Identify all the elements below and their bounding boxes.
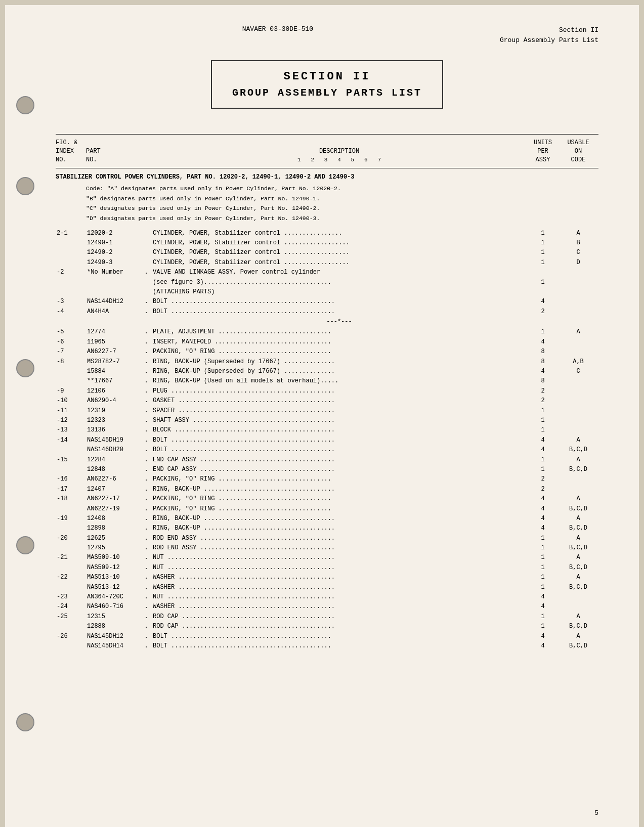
table-row: 12490-1 CYLINDER, POWER, Stabilizer cont…: [56, 238, 598, 248]
code-a: Code: "A" designates parts used only in …: [86, 184, 598, 194]
section-heading: STABILIZER CONTROL POWER CYLINDERS, PART…: [56, 173, 598, 181]
table-row: -20 12625 . ROD END ASSY ...............…: [56, 534, 598, 543]
table-row: -22 MAS513-10 . WASHER .................…: [56, 573, 598, 582]
table-row: -6 11965 . INSERT, MANIFOLD ............…: [56, 337, 598, 347]
table-row: -9 12106 . PLUG ........................…: [56, 386, 598, 396]
table-row: -4 AN4H4A . BOLT .......................…: [56, 307, 598, 317]
table-row: -15 12284 . END CAP ASSY ...............…: [56, 455, 598, 465]
col-header-part: PARTNO.: [86, 139, 142, 164]
table-row: -26 NAS145DH12 . BOLT ..................…: [56, 632, 598, 641]
table-row: **17667 . RING, BACK-UP (Used on all mod…: [56, 376, 598, 386]
table-row: -11 12319 . SPACER .....................…: [56, 406, 598, 416]
hole-punch-1: [16, 96, 34, 114]
parts-table: 2-1 12020-2 CYLINDER, POWER, Stabilizer …: [56, 229, 598, 651]
table-row: -8 MS28782-7 . RING, BACK-UP (Superseded…: [56, 357, 598, 367]
code-block: Code: "A" designates parts used only in …: [86, 184, 598, 223]
header-right-line1: Section II: [500, 25, 598, 35]
col-header-usable: USABLEONCODE: [558, 139, 598, 164]
section-title-line1: SECTION II: [232, 70, 422, 83]
table-top-divider: [56, 134, 598, 135]
section-title-box: SECTION II GROUP ASSEMBLY PARTS LIST: [211, 60, 443, 109]
table-row: -3 NAS144DH12 . BOLT ...................…: [56, 297, 598, 307]
table-row: 2-1 12020-2 CYLINDER, POWER, Stabilizer …: [56, 229, 598, 238]
table-row: 12888 . ROD CAP ........................…: [56, 622, 598, 631]
col-header-description: DESCRIPTION 1 2 3 4 5 6 7: [151, 139, 528, 164]
table-row: NAS513-12 . WASHER .....................…: [56, 583, 598, 592]
table-row: -25 12315 . ROD CAP ....................…: [56, 612, 598, 622]
table-row: AN6227-19 . PACKING, "O" RING ..........…: [56, 504, 598, 514]
table-row: (see figure 3)..........................…: [56, 278, 598, 287]
table-row: -17 12407 . RING, BACK-UP ..............…: [56, 485, 598, 494]
table-row: -2 *No Number . VALVE AND LINKAGE ASSY, …: [56, 268, 598, 277]
page: NAVAER 03-30DE-510 Section II Group Asse…: [5, 5, 639, 827]
table-row: -23 AN364-720C . NUT ...................…: [56, 592, 598, 602]
section-title-line2: GROUP ASSEMBLY PARTS LIST: [232, 87, 422, 99]
table-row: NAS146DH20 . BOLT ......................…: [56, 445, 598, 455]
table-row: 12490-2 CYLINDER, POWER, Stabilizer cont…: [56, 248, 598, 257]
code-d: "D" designates parts used only in Power …: [86, 213, 598, 224]
hole-punch-5: [16, 713, 34, 731]
table-row: -16 AN6227-6 . PACKING, "O" RING .......…: [56, 474, 598, 484]
col-header-dot-spacer: [142, 139, 151, 164]
col-header-units: UNITSPERASSY: [528, 139, 558, 164]
page-header: NAVAER 03-30DE-510 Section II Group Asse…: [56, 25, 598, 45]
table-row: 12490-3 CYLINDER, POWER, Stabilizer cont…: [56, 258, 598, 268]
table-header-row: FIG. &INDEXNO. PARTNO. DESCRIPTION 1 2 3…: [56, 139, 598, 164]
table-row: -10 AN6290-4 . GASKET ..................…: [56, 396, 598, 406]
table-row: -12 12323 . SHAFT ASSY .................…: [56, 416, 598, 425]
table-row: 12795 . ROD END ASSY ...................…: [56, 543, 598, 553]
table-row: NAS145DH14 . BOLT ......................…: [56, 641, 598, 651]
table-header-bottom-divider: [56, 168, 598, 168]
code-c: "C" designates parts used only in Power …: [86, 203, 598, 213]
hole-punch-4: [16, 536, 34, 554]
code-b: "B" designates parts used only in Power …: [86, 194, 598, 204]
table-row: -7 AN6227-7 . PACKING, "O" RING ........…: [56, 347, 598, 357]
table-row: 12848 . END CAP ASSY ...................…: [56, 465, 598, 474]
hole-punch-3: [16, 359, 34, 377]
table-row: -21 MAS509-10 . NUT ....................…: [56, 553, 598, 562]
table-row: -24 NAS460-716 . WASHER ................…: [56, 602, 598, 612]
table-row: -5 12774 . PLATE, ADJUSTMENT ...........…: [56, 327, 598, 337]
header-right-line2: Group Assembly Parts List: [500, 35, 598, 46]
page-number: 5: [594, 809, 598, 817]
table-row: 12898 . RING, BACK-UP ..................…: [56, 524, 598, 533]
table-row: ---*---: [56, 317, 598, 327]
table-row: -13 13136 . BLOCK ......................…: [56, 425, 598, 435]
table-row: -14 NAS145DH19 . BOLT ..................…: [56, 436, 598, 445]
table-row: -19 12408 . RING, BACK-UP ..............…: [56, 514, 598, 524]
header-right: Section II Group Assembly Parts List: [500, 25, 598, 45]
col-header-fig: FIG. &INDEXNO.: [56, 139, 86, 164]
table-row: 15884 . RING, BACK-UP (Superseded by 176…: [56, 367, 598, 376]
header-center: NAVAER 03-30DE-510: [242, 25, 313, 33]
table-row: -18 AN6227-17 . PACKING, "O" RING ......…: [56, 494, 598, 504]
table-row: NAS509-12 . NUT ........................…: [56, 563, 598, 573]
table-row: (ATTACHING PARTS): [56, 287, 598, 297]
hole-punch-2: [16, 177, 34, 195]
